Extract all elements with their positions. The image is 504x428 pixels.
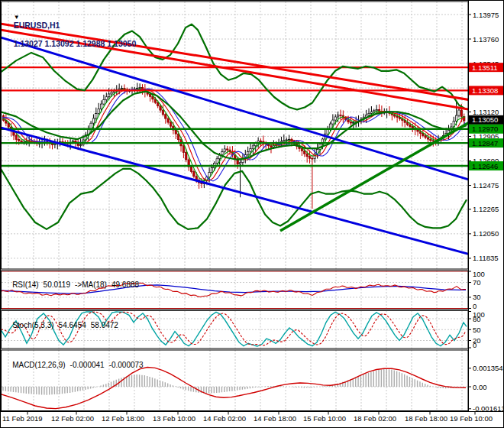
svg-text:-0.001613: -0.001613 [473, 404, 504, 413]
time-tick-label: 15 Feb 10:00 [303, 414, 346, 423]
price-badge: 1.13050 [469, 115, 504, 125]
price-tick-label: 1.13975 [473, 11, 499, 19]
svg-text:0: 0 [473, 302, 477, 310]
price-badge: 1.12847 [469, 138, 504, 148]
svg-text:100: 100 [473, 270, 485, 278]
descending-channel-upper [1, 37, 504, 190]
bollinger-lower-band [1, 169, 467, 229]
rsi-value: 50.0119 [44, 280, 70, 289]
chart-title: ▼ EURUSD,H1 1.13027 1.13092 1.12988 1.13… [5, 2, 136, 57]
price-tick-label: 1.12265 [473, 205, 499, 213]
price-tick-label: 1.11835 [473, 254, 499, 262]
svg-text:70: 70 [473, 278, 481, 287]
macd-indicator-label: MACD(12,26,9)-0.000041-0.000073 [4, 352, 144, 378]
panel-frames [1, 1, 504, 412]
time-tick-label: 14 Feb 18:00 [254, 414, 296, 423]
quote-values-label: 1.13027 1.13092 1.12988 1.13050 [14, 39, 137, 48]
macd-name: MACD(12,26,9) [12, 361, 65, 369]
chart-window: ▼ EURUSD,H1 1.13027 1.13092 1.12988 1.13… [0, 0, 504, 428]
time-tick-label: 18 Feb 18:00 [405, 414, 447, 423]
svg-text:0.001354: 0.001354 [473, 364, 503, 372]
svg-text:30: 30 [473, 293, 481, 301]
stoch-name: Stoch(5,3,3) [12, 321, 53, 329]
rsi-ma-name: ->MA(18) [75, 280, 107, 289]
price-tick-label: 1.13760 [473, 35, 499, 44]
price-badge: 1.13511 [469, 63, 504, 72]
price-badge: 1.13308 [469, 86, 504, 95]
time-tick-label: 18 Feb 02:00 [354, 414, 396, 423]
rsi-indicator-label: RSI(14)50.0119->MA(18)49.6888 [4, 272, 139, 297]
macd-signal-value: -0.000073 [109, 361, 144, 369]
stoch-indicator-label: Stoch(5,3,3)54.645458.0472 [4, 313, 118, 338]
stoch-d-value: 58.0472 [91, 321, 118, 329]
time-tick-label: 13 Feb 10:00 [153, 414, 195, 423]
price-axis[interactable]: 1.139751.137601.135451.133301.131201.129… [468, 11, 504, 263]
time-axis[interactable]: 11 Feb 201912 Feb 02:0012 Feb 18:0013 Fe… [2, 412, 493, 423]
symbol-dropdown-icon[interactable]: ▼ [14, 14, 20, 21]
time-tick-label: 12 Feb 18:00 [102, 414, 144, 423]
macd-value: -0.000041 [70, 361, 105, 369]
symbol-period-label: EURUSD,H1 [14, 21, 60, 30]
time-tick-label: 14 Feb 02:00 [203, 414, 246, 423]
rsi-ma-value: 49.6888 [111, 280, 139, 289]
rsi-name: RSI(14) [12, 280, 38, 289]
svg-text:80: 80 [473, 315, 481, 323]
price-badge: 1.12646 [469, 161, 504, 170]
svg-text:1.12646: 1.12646 [472, 162, 498, 170]
price-badge: 1.12970 [469, 125, 504, 134]
price-tick-label: 1.13120 [473, 108, 499, 116]
svg-text:50: 50 [473, 326, 481, 334]
price-tick-label: 1.12050 [473, 229, 499, 238]
time-tick-label: 19 Feb 10:00 [450, 414, 493, 423]
time-tick-label: 11 Feb 2019 [2, 414, 43, 423]
svg-text:1.12847: 1.12847 [472, 139, 498, 148]
svg-text:1.13511: 1.13511 [472, 63, 498, 72]
time-tick-label: 12 Feb 02:00 [51, 414, 94, 423]
stoch-k-value: 54.6454 [59, 321, 86, 329]
ma-ribbon-layer [2, 89, 465, 181]
price-tick-label: 1.12475 [473, 181, 499, 190]
svg-text:0.00: 0.00 [473, 383, 487, 391]
svg-text:1.12970: 1.12970 [472, 125, 498, 133]
svg-text:1.13308: 1.13308 [472, 86, 498, 95]
indicator-axes[interactable]: 1007030010080502000.0013540.00-0.001613 [468, 270, 504, 413]
svg-text:0: 0 [473, 341, 477, 349]
svg-text:1.13050: 1.13050 [472, 115, 498, 124]
